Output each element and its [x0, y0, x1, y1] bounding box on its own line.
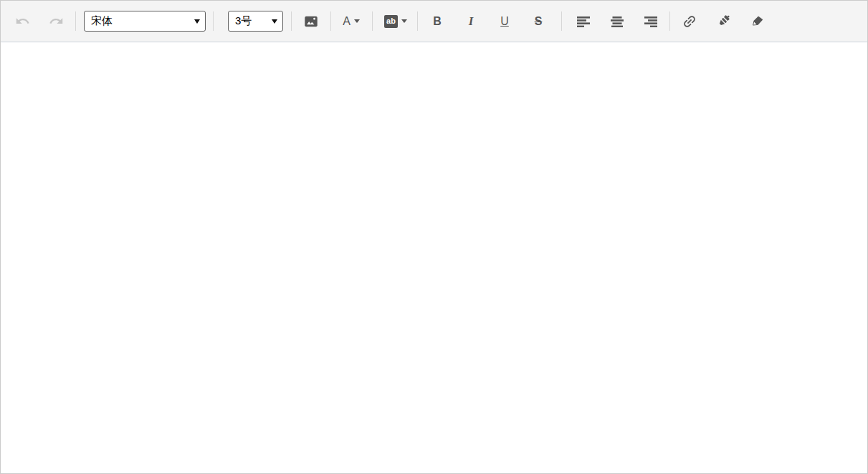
bold-button[interactable]: B	[425, 11, 449, 32]
font-color-button[interactable]: A	[339, 11, 363, 32]
editor-content-area[interactable]	[1, 42, 867, 473]
toolbar-separator	[561, 11, 562, 31]
background-color-button[interactable]: ab	[381, 11, 410, 32]
align-center-icon	[610, 16, 624, 27]
insert-link-button[interactable]	[678, 11, 701, 32]
editor-toolbar: 宋体 3号 A ab B I U	[1, 1, 867, 42]
undo-button[interactable]	[11, 11, 34, 32]
link-icon	[682, 14, 697, 29]
font-color-label: A	[343, 16, 350, 27]
align-left-icon	[576, 16, 591, 27]
font-size-select[interactable]: 3号	[228, 11, 283, 32]
toolbar-separator	[291, 11, 292, 31]
italic-button[interactable]: I	[459, 11, 483, 32]
font-family-value: 宋体	[91, 14, 113, 28]
redo-icon	[49, 14, 64, 29]
chevron-down-icon	[401, 19, 407, 23]
align-right-button[interactable]	[640, 11, 662, 32]
font-family-select[interactable]: 宋体	[84, 11, 206, 32]
eraser-button[interactable]	[745, 11, 768, 32]
toolbar-separator	[669, 11, 670, 31]
underline-button[interactable]: U	[492, 11, 517, 32]
toolbar-separator	[330, 11, 331, 31]
rich-text-editor: 宋体 3号 A ab B I U	[0, 0, 868, 474]
background-color-label: ab	[384, 15, 398, 28]
toolbar-separator	[213, 11, 214, 31]
insert-image-button[interactable]	[300, 11, 323, 32]
strikethrough-button[interactable]: S	[526, 11, 550, 32]
undo-icon	[15, 14, 30, 29]
font-size-value: 3号	[235, 14, 252, 28]
toolbar-separator	[417, 11, 418, 31]
chevron-down-icon	[194, 19, 200, 24]
align-left-button[interactable]	[573, 11, 594, 32]
redo-button[interactable]	[44, 11, 67, 32]
brush-icon	[715, 13, 732, 29]
eraser-icon	[749, 13, 766, 29]
toolbar-separator	[372, 11, 373, 31]
toolbar-separator	[75, 11, 76, 31]
image-icon	[303, 14, 319, 29]
chevron-down-icon	[272, 19, 277, 24]
align-right-icon	[644, 16, 658, 27]
align-center-button[interactable]	[606, 11, 628, 32]
format-brush-button[interactable]	[712, 11, 735, 32]
chevron-down-icon	[354, 19, 360, 23]
